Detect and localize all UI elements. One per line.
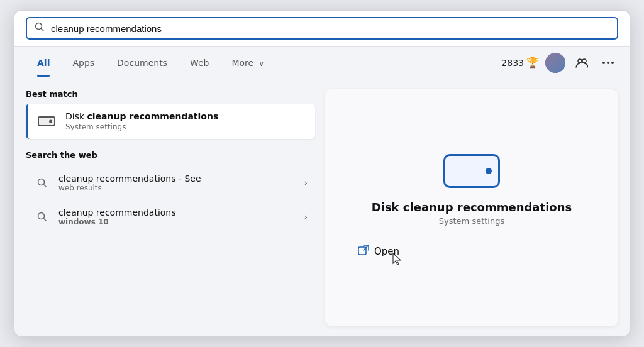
svg-point-4 xyxy=(602,62,605,64)
chevron-down-icon: ∨ xyxy=(259,60,264,68)
people-icon[interactable] xyxy=(572,53,592,73)
search-window: All Apps Documents Web More ∨ 2833 🏆 xyxy=(14,10,630,337)
hdd-icon xyxy=(38,116,55,126)
svg-line-8 xyxy=(44,185,47,187)
best-match-label: Best match xyxy=(26,89,315,99)
nav-bar: All Apps Documents Web More ∨ 2833 🏆 xyxy=(14,47,630,79)
detail-title: Disk cleanup recommendations xyxy=(372,201,572,214)
svg-line-1 xyxy=(42,29,44,31)
tab-apps[interactable]: Apps xyxy=(61,49,106,77)
trophy-icon: 🏆 xyxy=(526,57,539,69)
best-match-title: Disk cleanup recommendations xyxy=(65,111,218,121)
chevron-right-icon-2: › xyxy=(304,212,308,222)
svg-line-10 xyxy=(44,219,47,221)
nav-tabs: All Apps Documents Web More ∨ xyxy=(26,49,501,77)
open-external-icon xyxy=(358,245,369,258)
best-match-item[interactable]: Disk cleanup recommendations System sett… xyxy=(26,104,315,139)
main-content: Best match Disk cleanup recommendations … xyxy=(14,79,630,336)
best-match-text: Disk cleanup recommendations System sett… xyxy=(65,111,218,131)
best-match-section: Best match Disk cleanup recommendations … xyxy=(26,89,315,139)
web-search-section: Search the web cleanup recommendations -… xyxy=(26,150,315,233)
web-search-icon-1 xyxy=(33,174,51,192)
detail-subtitle: System settings xyxy=(439,216,504,226)
svg-point-5 xyxy=(607,62,609,64)
svg-point-3 xyxy=(582,59,586,63)
avatar-image xyxy=(545,53,565,73)
tab-more[interactable]: More ∨ xyxy=(220,49,275,77)
best-match-subtitle: System settings xyxy=(65,123,218,131)
right-panel: Disk cleanup recommendations System sett… xyxy=(325,89,618,326)
web-search-icon-2 xyxy=(33,208,51,226)
tab-web[interactable]: Web xyxy=(179,49,221,77)
svg-point-2 xyxy=(578,59,582,63)
web-item-2-text: cleanup recommendations windows 10 xyxy=(58,207,296,226)
detail-hdd-icon xyxy=(443,154,500,188)
points-display: 2833 🏆 xyxy=(501,57,539,69)
open-label: Open xyxy=(374,246,399,257)
tab-all[interactable]: All xyxy=(26,49,61,77)
web-item-2-subtitle: windows 10 xyxy=(58,218,296,226)
search-bar-container xyxy=(14,11,630,47)
detail-icon-area xyxy=(443,154,500,188)
search-input[interactable] xyxy=(51,23,609,34)
left-panel: Best match Disk cleanup recommendations … xyxy=(26,89,315,326)
web-item-2-title: cleanup recommendations xyxy=(58,207,296,218)
tab-documents[interactable]: Documents xyxy=(106,49,179,77)
disk-icon xyxy=(36,111,57,131)
more-options-icon[interactable] xyxy=(598,53,618,73)
chevron-right-icon-1: › xyxy=(304,178,308,188)
web-item-1[interactable]: cleanup recommendations - See web result… xyxy=(26,167,315,199)
web-item-1-text: cleanup recommendations - See web result… xyxy=(58,174,296,192)
open-button[interactable]: Open xyxy=(353,241,404,262)
web-item-2[interactable]: cleanup recommendations windows 10 › xyxy=(26,201,315,233)
user-avatar[interactable] xyxy=(545,53,565,73)
web-item-1-title: cleanup recommendations - See xyxy=(58,174,296,184)
svg-point-6 xyxy=(611,62,614,64)
detail-actions: Open xyxy=(340,241,603,262)
search-icon xyxy=(35,22,45,35)
nav-right-controls: 2833 🏆 xyxy=(501,53,618,73)
web-item-1-subtitle: web results xyxy=(58,184,296,192)
search-input-wrapper xyxy=(26,17,618,40)
web-search-label: Search the web xyxy=(26,150,315,160)
